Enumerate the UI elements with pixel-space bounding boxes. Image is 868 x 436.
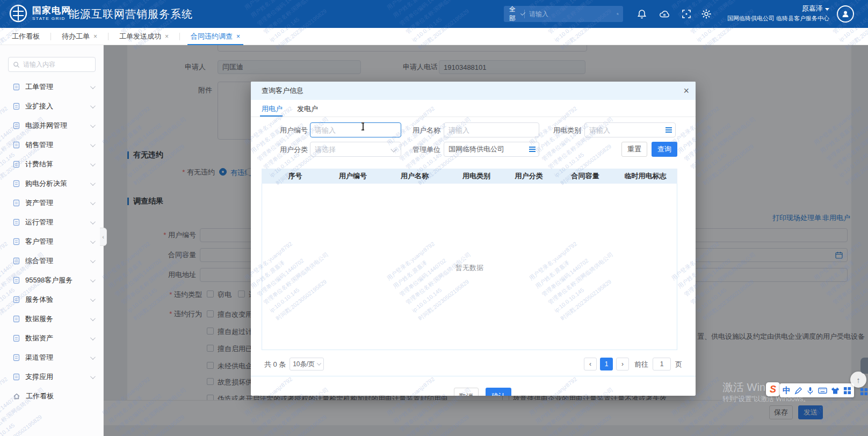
prev-page-button[interactable]: ‹ [584, 358, 597, 370]
caret-down-icon [825, 8, 829, 11]
m-user-class-select[interactable] [310, 142, 401, 157]
user-name: 原嘉泽 [802, 4, 823, 12]
close-icon[interactable]: × [93, 33, 97, 40]
cloud-icon[interactable] [659, 9, 670, 19]
bell-icon[interactable] [636, 9, 647, 19]
back-to-top-button[interactable]: ↑ [850, 372, 866, 388]
document-icon [13, 238, 20, 245]
col-capacity: 合同容量 [557, 171, 613, 181]
current-page[interactable]: 1 [600, 358, 613, 370]
side-panel-handle[interactable] [860, 358, 868, 374]
sidebar-item-3[interactable]: 销售管理 [0, 135, 104, 155]
brand-cn: 国家电网 [32, 6, 71, 15]
chevron-down-icon [90, 354, 96, 360]
tab-separator [108, 33, 108, 40]
mic-icon[interactable] [806, 387, 814, 395]
sidebar-item-16[interactable]: 工作看板 [0, 387, 104, 406]
brand-text: 国家电网 STATE GRID [32, 6, 71, 21]
modal-tabs: 用电户 发电户 [251, 100, 696, 117]
list-picker-icon[interactable] [529, 147, 536, 152]
global-search: 全部 [504, 6, 623, 22]
sidebar-item-label: 购电分析决策 [25, 179, 67, 188]
goto-label: 前往 [634, 360, 648, 369]
avatar[interactable] [837, 5, 854, 23]
chevron-down-icon [90, 161, 96, 166]
tab-todo-orders[interactable]: 待办工单× [56, 28, 103, 45]
sidebar-item-2[interactable]: 电源并网管理 [0, 116, 104, 135]
sidebar-item-1[interactable]: 业扩接入 [0, 97, 104, 116]
empty-text: 暂无数据 [262, 263, 677, 273]
page-size-value: 10条/页 [293, 360, 315, 369]
global-search-input[interactable] [525, 10, 617, 18]
tab-workboard[interactable]: 工作看板 [6, 28, 45, 45]
close-icon[interactable]: × [165, 33, 169, 40]
ime-chinese-mode[interactable]: 中 [783, 386, 791, 396]
sidebar-item-15[interactable]: 支撑应用 [0, 367, 104, 387]
m-mgmt-unit-input[interactable] [444, 142, 539, 157]
tab-gen-user[interactable]: 发电户 [297, 104, 318, 114]
query-button[interactable]: 查询 [652, 142, 677, 157]
m-elec-category-label: 用电类别 [533, 126, 581, 135]
search-icon[interactable] [617, 9, 619, 19]
sidebar-item-9[interactable]: 综合管理 [0, 251, 104, 271]
tab-elec-user[interactable]: 用电户 [262, 104, 283, 114]
sidebar-item-8[interactable]: 客户管理 [0, 232, 104, 251]
reset-button[interactable]: 重置 [621, 142, 647, 157]
sidebar-item-label: 工单管理 [25, 82, 53, 92]
chevron-down-icon [90, 180, 96, 186]
list-picker-icon[interactable] [666, 127, 672, 133]
sidebar-item-13[interactable]: 数据资产 [0, 329, 104, 348]
m-user-no-input[interactable] [310, 122, 401, 137]
launcher-grid-icon[interactable] [860, 388, 868, 396]
sidebar-item-4[interactable]: 计费结算 [0, 155, 104, 174]
sidebar-search-input[interactable] [23, 61, 82, 68]
page-size-select[interactable]: 10条/页 [290, 358, 324, 370]
pen-icon[interactable] [794, 387, 802, 395]
sidebar-item-label: 数据资产 [25, 333, 53, 343]
confirm-button[interactable]: 确认 [486, 388, 511, 396]
sidebar-item-11[interactable]: 服务体验 [0, 290, 104, 309]
sidebar-item-10[interactable]: 95598客户服务 [0, 271, 104, 290]
tab-contract-breach-investigation[interactable]: 合同违约调查× [185, 28, 245, 45]
gear-icon[interactable] [701, 9, 712, 19]
tab-separator [50, 33, 51, 40]
sidebar-item-7[interactable]: 运行管理 [0, 213, 104, 232]
chevron-down-icon [90, 142, 96, 147]
tab-label: 待办工单 [62, 32, 90, 41]
close-icon[interactable]: × [236, 33, 240, 40]
m-elec-category-input[interactable] [584, 122, 676, 137]
search-scope-select[interactable]: 全部 [504, 10, 525, 18]
m-user-name-label: 用户名称 [392, 126, 440, 135]
user-org: 国网临猗供电公司 临猗县客户服务中心 [727, 14, 829, 22]
col-elec-category: 用电类别 [452, 171, 501, 181]
query-customer-modal: 查询客户信息 × 用电户 发电户 用户编号 用户名称 用电类别 用户分类 管理单… [251, 82, 696, 396]
sidebar-collapse-handle[interactable]: ‹ [100, 228, 107, 246]
result-table-header: 序号 用户编号 用户名称 用电类别 用户分类 合同容量 临时用电标志 [262, 169, 677, 184]
scan-icon[interactable] [681, 9, 692, 19]
sidebar-item-label: 工作看板 [26, 391, 54, 401]
m-user-name-input[interactable] [444, 122, 539, 137]
user-menu[interactable]: 原嘉泽 国网临猗供电公司 临猗县客户服务中心 [727, 4, 829, 22]
toolbox-grid-icon[interactable] [843, 387, 851, 395]
sogou-logo-icon[interactable]: S [766, 382, 780, 396]
skin-shirt-icon[interactable] [831, 387, 840, 395]
chevron-down-icon [90, 219, 96, 224]
sidebar-item-label: 业扩接入 [25, 101, 53, 111]
chevron-down-icon [90, 84, 96, 89]
sidebar-item-12[interactable]: 数据服务 [0, 309, 104, 329]
sidebar-item-5[interactable]: 购电分析决策 [0, 174, 104, 193]
sidebar-item-14[interactable]: 渠道管理 [0, 348, 104, 367]
goto-page-input[interactable] [653, 358, 671, 370]
cancel-button[interactable]: 取消 [454, 388, 479, 396]
m-user-class-label: 用户分类 [259, 145, 308, 155]
text-cursor-icon [360, 122, 365, 130]
sidebar-item-6[interactable]: 资产管理 [0, 193, 104, 213]
sidebar-item-label: 资产管理 [25, 198, 53, 208]
keyboard-icon[interactable] [818, 387, 827, 395]
sidebar-item-0[interactable]: 工单管理 [0, 77, 104, 97]
document-icon [13, 122, 20, 129]
tab-order-sent[interactable]: 工单发送成功× [114, 28, 174, 45]
document-icon [13, 296, 20, 303]
close-icon[interactable]: × [683, 82, 689, 100]
next-page-button[interactable]: › [616, 358, 629, 370]
